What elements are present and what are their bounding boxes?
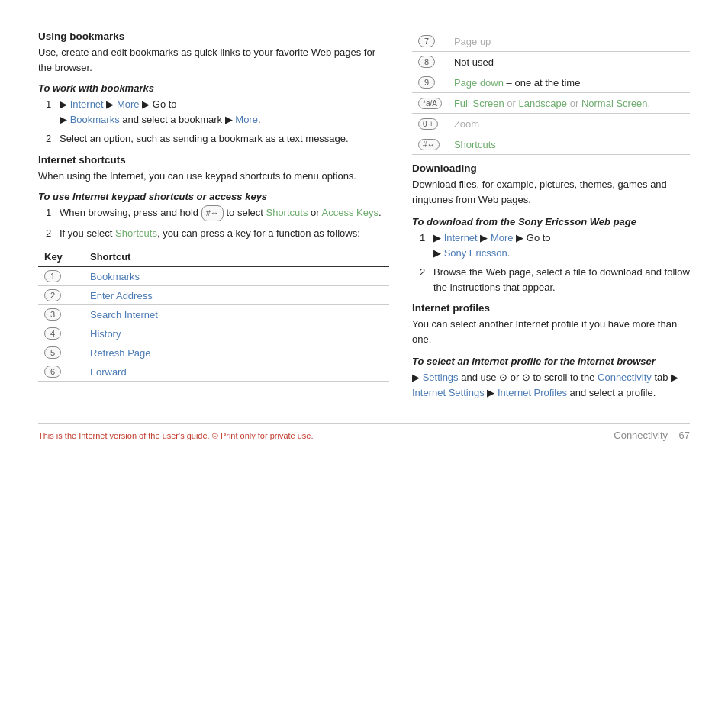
select-profile-title: To select an Internet profile for the In… bbox=[412, 356, 690, 367]
list-num: 1 bbox=[46, 205, 55, 221]
list-num: 2 bbox=[46, 226, 55, 241]
shortcut-cell: Full Screen or Landscape or Normal Scree… bbox=[448, 93, 690, 114]
downloading-body: Download files, for example, pictures, t… bbox=[412, 177, 690, 207]
list-item: 1 ▶ Internet ▶ More ▶ Go to ▶ Bookmarks … bbox=[46, 97, 389, 127]
key-badge: 4 bbox=[44, 327, 61, 340]
key-cell: 4 bbox=[38, 324, 84, 343]
table-row: 7 Page up bbox=[412, 31, 690, 52]
table-row: 5 Refresh Page bbox=[38, 343, 389, 362]
settings-link: Settings bbox=[423, 372, 459, 383]
list-content: ▶ Internet ▶ More ▶ Go to ▶ Bookmarks an… bbox=[60, 97, 389, 127]
page-number: 67 bbox=[679, 430, 690, 441]
table-row: #↔ Shortcuts bbox=[412, 134, 690, 155]
profiles-title: Internet profiles bbox=[412, 302, 690, 314]
list-num: 1 bbox=[420, 230, 429, 260]
work-with-bookmarks-title: To work with bookmarks bbox=[38, 82, 389, 94]
key-badge: 2 bbox=[44, 289, 61, 301]
left-column: Using bookmarks Use, create and edit boo… bbox=[38, 31, 389, 407]
key-cell: 5 bbox=[38, 343, 84, 362]
shortcuts-table-link: Shortcuts bbox=[454, 139, 496, 150]
list-content: If you select Shortcuts, you can press a… bbox=[60, 226, 389, 241]
page-container: Using bookmarks Use, create and edit boo… bbox=[38, 31, 690, 441]
internet-settings-link: Internet Settings bbox=[412, 387, 485, 398]
page-down-link: Page down bbox=[454, 77, 504, 89]
list-item: 2 If you select Shortcuts, you can press… bbox=[46, 226, 389, 241]
key-cell: 3 bbox=[38, 305, 84, 324]
list-content: ▶ Internet ▶ More ▶ Go to ▶ Sony Ericsso… bbox=[433, 230, 690, 260]
col-header-shortcut: Shortcut bbox=[84, 248, 389, 266]
table-row: 0 + Zoom bbox=[412, 114, 690, 134]
key-cell: 9 bbox=[412, 72, 448, 93]
downloading-section: Downloading Download files, for example,… bbox=[412, 163, 690, 207]
table-row: *a/A Full Screen or Landscape or Normal … bbox=[412, 93, 690, 114]
list-num: 2 bbox=[46, 131, 55, 147]
list-item: 2 Browse the Web page, select a file to … bbox=[420, 265, 690, 295]
key-cell: 0 + bbox=[412, 114, 448, 134]
shortcut-cell: Enter Address bbox=[84, 286, 389, 305]
list-item: 1 ▶ Internet ▶ More ▶ Go to ▶ Sony Erics… bbox=[420, 230, 690, 260]
list-content: Select an option, such as sending a book… bbox=[60, 131, 389, 147]
table-row: 6 Forward bbox=[38, 362, 389, 382]
using-bookmarks-body: Use, create and edit bookmarks as quick … bbox=[38, 45, 389, 75]
use-shortcuts-list: 1 When browsing, press and hold #↔ to se… bbox=[46, 205, 389, 240]
list-item: 1 When browsing, press and hold #↔ to se… bbox=[46, 205, 389, 221]
downloading-title: Downloading bbox=[412, 163, 690, 174]
page-num: Connectivity 67 bbox=[614, 430, 690, 441]
work-with-bookmarks-list: 1 ▶ Internet ▶ More ▶ Go to ▶ Bookmarks … bbox=[46, 97, 389, 147]
use-shortcuts-title: To use Internet keypad shortcuts or acce… bbox=[38, 191, 389, 202]
more-link: More bbox=[117, 98, 140, 110]
shortcut-cell: Page up bbox=[448, 31, 690, 52]
normal-link: Normal Screen bbox=[581, 98, 648, 109]
key-hash-badge: #↔ bbox=[418, 139, 440, 150]
list-item: 2 Select an option, such as sending a bo… bbox=[46, 131, 389, 147]
key-cell: 1 bbox=[38, 266, 84, 286]
profiles-body: You can select another Internet profile … bbox=[412, 317, 690, 346]
section-label: Connectivity bbox=[614, 430, 668, 441]
key-9-badge: 9 bbox=[418, 76, 435, 89]
fullscreen-link: Full Screen bbox=[454, 98, 504, 109]
bookmarks-link: Bookmarks bbox=[70, 114, 120, 125]
key-badge: 1 bbox=[44, 270, 61, 282]
list-num: 2 bbox=[420, 265, 429, 295]
table-row: 8 Not used bbox=[412, 52, 690, 72]
key-cell: 2 bbox=[38, 286, 84, 305]
internet-profiles-link: Internet Profiles bbox=[498, 387, 567, 398]
internet-link: Internet bbox=[70, 98, 104, 110]
internet-shortcuts-title: Internet shortcuts bbox=[38, 154, 389, 166]
key-cell: #↔ bbox=[412, 134, 448, 155]
shortcut-cell: Shortcuts bbox=[448, 134, 690, 155]
shortcut-cell: Not used bbox=[448, 52, 690, 72]
shortcuts-link: Shortcuts bbox=[266, 207, 308, 218]
shortcut-cell: Bookmarks bbox=[84, 266, 389, 286]
internet-link2: Internet bbox=[444, 232, 478, 243]
more-link3: More bbox=[491, 232, 514, 243]
key-8-badge: 8 bbox=[418, 56, 435, 68]
sony-list: 1 ▶ Internet ▶ More ▶ Go to ▶ Sony Erics… bbox=[420, 230, 690, 295]
shortcut-cell: Refresh Page bbox=[84, 343, 389, 362]
shortcuts-link2: Shortcuts bbox=[115, 227, 157, 239]
internet-shortcuts-body: When using the Internet, you can use key… bbox=[38, 169, 389, 184]
table-row: 4 History bbox=[38, 324, 389, 343]
sony-link: Sony Ericsson bbox=[444, 247, 507, 259]
col-header-key: Key bbox=[38, 248, 84, 266]
key-cell: *a/A bbox=[412, 93, 448, 114]
shortcut-cell: Zoom bbox=[448, 114, 690, 134]
key-7-badge: 7 bbox=[418, 35, 435, 47]
shortcut-cell: Search Internet bbox=[84, 305, 389, 324]
table-row: 2 Enter Address bbox=[38, 286, 389, 305]
footer-note: This is the Internet version of the user… bbox=[38, 431, 314, 440]
using-bookmarks-title: Using bookmarks bbox=[38, 31, 389, 42]
key-cell: 7 bbox=[412, 31, 448, 52]
list-num: 1 bbox=[46, 97, 55, 127]
key-star-badge: *a/A bbox=[418, 98, 442, 109]
key-cell: 6 bbox=[38, 362, 84, 382]
key-0-badge: 0 + bbox=[418, 118, 438, 130]
key-badge: 6 bbox=[44, 366, 61, 378]
two-column-layout: Using bookmarks Use, create and edit boo… bbox=[38, 31, 690, 407]
shortcut-table: Key Shortcut 1 Bookmarks 2 Enter Address… bbox=[38, 248, 389, 382]
profiles-section: Internet profiles You can select another… bbox=[412, 302, 690, 346]
table-row: 1 Bookmarks bbox=[38, 266, 389, 286]
shortcut-cell: Forward bbox=[84, 362, 389, 382]
shortcut-cell: History bbox=[84, 324, 389, 343]
footer: This is the Internet version of the user… bbox=[38, 423, 690, 441]
